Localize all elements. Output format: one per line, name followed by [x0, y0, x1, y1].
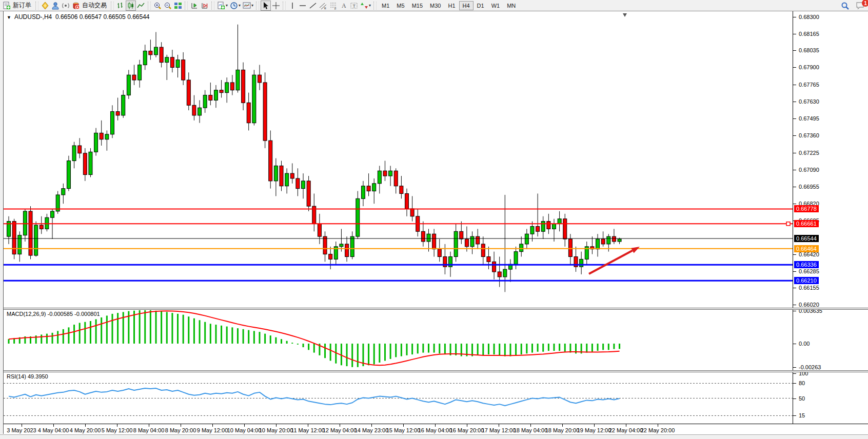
time-label: 22 May 04:00 [609, 427, 643, 433]
new-order-label[interactable]: 新订单 [12, 1, 34, 10]
timeframe-m5[interactable]: M5 [393, 1, 408, 10]
candle-body-up [340, 244, 343, 247]
tile-windows-button[interactable] [173, 1, 183, 11]
candle-body-up [94, 133, 98, 152]
candle-body-up [389, 171, 392, 176]
rsi-tick: 15 [799, 412, 805, 418]
crosshair-button[interactable] [271, 1, 281, 11]
candle-body-down [383, 171, 387, 176]
rsi-line [9, 388, 620, 406]
signals-button[interactable] [61, 1, 71, 11]
clock-icon [230, 2, 238, 10]
candle-body-up [176, 60, 180, 68]
candle-body-up [525, 234, 528, 244]
candle-body-down [547, 222, 550, 229]
time-tick [658, 424, 658, 427]
channel-button[interactable]: E [318, 1, 328, 11]
price-level-badge: 0.66336 [794, 261, 819, 268]
auto-scroll-button[interactable] [189, 1, 200, 11]
new-order-icon [3, 2, 11, 10]
new-order-button[interactable] [2, 1, 12, 11]
arrows-icon [360, 2, 368, 10]
candle-body-down [230, 83, 234, 90]
horizontal-line-button[interactable] [298, 1, 308, 11]
trendline-icon [309, 2, 317, 10]
time-axis[interactable]: 3 May 20234 May 04:004 May 20:005 May 12… [0, 424, 868, 434]
price-tick: 0.66285 [799, 268, 819, 274]
candle-body-up [110, 112, 114, 134]
search-icon[interactable] [841, 2, 850, 10]
panel-splitter[interactable] [0, 370, 868, 372]
toolbar-grip [35, 2, 38, 10]
trendline-button[interactable] [308, 1, 318, 11]
candle-body-up [18, 235, 22, 254]
text-icon: A [340, 2, 348, 10]
timeframe-mn[interactable]: MN [503, 1, 519, 10]
timeframe-m1[interactable]: M1 [378, 1, 393, 10]
candle-body-down [182, 60, 185, 80]
line-chart-button[interactable] [136, 1, 146, 11]
symbol-dropdown-icon[interactable]: ▼ [7, 15, 11, 20]
rsi-value: 49.3950 [28, 373, 48, 380]
annotation-arrow-shaft[interactable] [589, 251, 633, 274]
indicators-icon [217, 2, 225, 10]
price-axis[interactable]: 0.683000.681650.680350.679000.677650.676… [793, 11, 868, 424]
timeframe-m15[interactable]: M15 [408, 1, 426, 10]
chart-shift-button[interactable] [200, 1, 210, 11]
community-button[interactable] [50, 1, 61, 11]
candle-body-up [62, 189, 65, 195]
rsi-panel[interactable] [4, 372, 793, 424]
price-tick: 0.67360 [799, 132, 819, 138]
zoom-in-button[interactable] [152, 1, 163, 11]
price-tick-dash [793, 204, 796, 204]
arrows-button[interactable]: ▾ [359, 1, 372, 11]
price-tick: 0.67495 [799, 115, 819, 122]
signals-antenna-icon [62, 2, 70, 10]
candle-body-up [503, 269, 507, 277]
chat-button[interactable]: 1 [856, 2, 865, 10]
timeframe-d1[interactable]: D1 [474, 1, 488, 10]
text-label-button[interactable]: T [349, 1, 359, 11]
bar-chart-button[interactable] [115, 1, 126, 11]
periods-button[interactable]: ▾ [229, 1, 242, 11]
candle-body-up [214, 90, 218, 101]
templates-button[interactable]: ▾ [242, 1, 254, 11]
candle-body-up [618, 239, 621, 242]
time-tick [626, 424, 626, 427]
autotrading-button[interactable] [71, 1, 81, 11]
timeframe-m30[interactable]: M30 [426, 1, 444, 10]
candlestick-chart-button[interactable] [126, 1, 136, 11]
metaeditor-button[interactable] [40, 1, 50, 11]
line-selection-handle[interactable] [786, 222, 790, 226]
main-chart-panel[interactable] [4, 11, 793, 308]
chart-shift-marker-icon[interactable] [623, 13, 627, 17]
time-label: 10 May 04:00 [227, 427, 262, 433]
autotrading-label[interactable]: 自动交易 [81, 1, 109, 10]
candle-body-down [481, 244, 485, 257]
window-bottom-edge [0, 434, 868, 439]
macd-label: MACD(12,26,9) -0.000585 -0.000801 [7, 311, 100, 317]
macd-panel[interactable] [4, 310, 793, 370]
rsi-tick-dash [793, 373, 796, 374]
price-level-badge: 0.66464 [794, 245, 819, 252]
price-tick: 0.67090 [799, 167, 819, 173]
horizontal-line-icon [299, 2, 307, 10]
vertical-line-button[interactable] [287, 1, 298, 11]
candle-body-up [105, 134, 109, 139]
zoom-out-button[interactable] [163, 1, 173, 11]
text-button[interactable]: A [339, 1, 349, 11]
time-label: 5 May 12:00 [102, 427, 133, 433]
candle-body-up [558, 219, 561, 224]
panel-splitter[interactable] [0, 308, 868, 310]
cursor-button[interactable] [261, 1, 271, 11]
fibonacci-button[interactable]: F [328, 1, 339, 11]
timeframe-h1[interactable]: H1 [444, 1, 459, 10]
price-tick: 0.66020 [799, 302, 819, 308]
crosshair-icon [272, 2, 280, 10]
price-level-badge: 0.66778 [794, 205, 819, 212]
indicators-button[interactable]: ▾ [216, 1, 229, 11]
annotation-arrow-head[interactable] [631, 247, 640, 253]
timeframe-h4[interactable]: H4 [459, 1, 474, 10]
timeframe-w1[interactable]: W1 [488, 1, 504, 10]
price-tick: 0.67765 [799, 82, 819, 88]
